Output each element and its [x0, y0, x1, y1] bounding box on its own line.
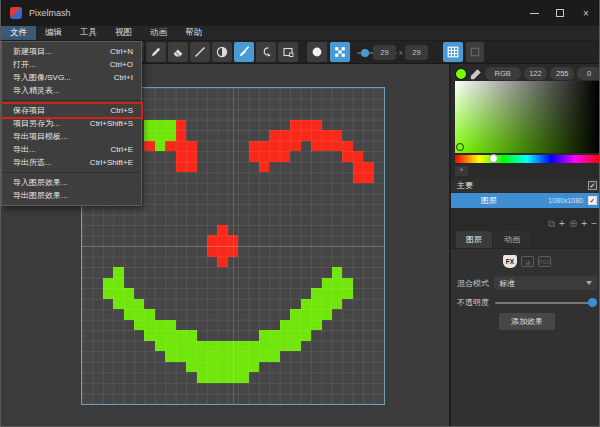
- minimize-button[interactable]: [521, 0, 547, 26]
- menu-item-export-selected[interactable]: 导出所选...Ctrl+Shift+E: [2, 156, 141, 169]
- pixel-cell-green[interactable]: [155, 120, 165, 131]
- pixel-cell-red[interactable]: [301, 130, 311, 141]
- pixel-cell-green[interactable]: [228, 351, 238, 362]
- color-mode-button[interactable]: RGB: [485, 67, 521, 80]
- pixel-cell-red[interactable]: [353, 162, 363, 173]
- line-tool-button[interactable]: [190, 42, 210, 62]
- menu-item-new-project[interactable]: 新建项目...Ctrl+N: [2, 45, 141, 58]
- pixel-cell-green[interactable]: [228, 372, 238, 383]
- pixel-cell-red[interactable]: [322, 130, 332, 141]
- pixel-cell-red[interactable]: [332, 141, 342, 152]
- pixel-cell-red[interactable]: [217, 235, 227, 246]
- pixel-cell-green[interactable]: [238, 372, 248, 383]
- pixel-cell-green[interactable]: [103, 278, 113, 289]
- pixel-cell-green[interactable]: [290, 330, 300, 341]
- pixel-cell-red[interactable]: [249, 141, 259, 152]
- pixel-cell-green[interactable]: [322, 278, 332, 289]
- pixel-cell-green[interactable]: [103, 288, 113, 299]
- pencil-tool-button[interactable]: [146, 42, 166, 62]
- pixel-cell-green[interactable]: [144, 320, 154, 331]
- opacity-slider-knob[interactable]: [588, 298, 597, 307]
- pixel-cell-green[interactable]: [124, 309, 134, 320]
- pixel-cell-green[interactable]: [269, 351, 279, 362]
- pixel-cell-green[interactable]: [186, 351, 196, 362]
- pixel-cell-red[interactable]: [207, 235, 217, 246]
- pixel-cell-green[interactable]: [311, 309, 321, 320]
- pixel-cell-red[interactable]: [332, 130, 342, 141]
- smudge-tool-button[interactable]: [256, 42, 276, 62]
- pixel-cell-red[interactable]: [280, 130, 290, 141]
- pixel-cell-green[interactable]: [311, 299, 321, 310]
- pixel-cell-green[interactable]: [249, 351, 259, 362]
- pixel-cell-green[interactable]: [301, 299, 311, 310]
- color-r-field[interactable]: 122: [524, 67, 548, 80]
- pixel-cell-green[interactable]: [207, 351, 217, 362]
- pixel-cell-green[interactable]: [322, 299, 332, 310]
- menu-view[interactable]: 视图: [106, 26, 141, 40]
- menu-help[interactable]: 帮助: [176, 26, 211, 40]
- pixel-cell-green[interactable]: [301, 320, 311, 331]
- pixel-cell-green[interactable]: [124, 288, 134, 299]
- pixel-cell-green[interactable]: [217, 372, 227, 383]
- pixel-cell-green[interactable]: [342, 288, 352, 299]
- pixel-cell-green[interactable]: [144, 330, 154, 341]
- pixel-cell-green[interactable]: [322, 288, 332, 299]
- dither-mode-button[interactable]: [330, 42, 350, 62]
- pixel-cell-green[interactable]: [332, 288, 342, 299]
- pixel-cell-red[interactable]: [228, 235, 238, 246]
- pixel-cell-green[interactable]: [186, 330, 196, 341]
- pixel-cell-green[interactable]: [144, 309, 154, 320]
- target-layer-icon[interactable]: ⊕: [569, 219, 577, 229]
- pixel-cell-green[interactable]: [238, 362, 248, 373]
- pixel-cell-green[interactable]: [197, 351, 207, 362]
- menu-edit[interactable]: 编辑: [36, 26, 71, 40]
- pixel-cell-red[interactable]: [353, 172, 363, 183]
- pixel-cell-green[interactable]: [259, 341, 269, 352]
- menu-tools[interactable]: 工具: [71, 26, 106, 40]
- fill-tool-button[interactable]: [212, 42, 232, 62]
- current-color-swatch[interactable]: [455, 68, 467, 80]
- menu-item-import-image-svg[interactable]: 导入图像/SVG...Ctrl+I: [2, 71, 141, 84]
- pixel-cell-red[interactable]: [269, 141, 279, 152]
- pixel-cell-green[interactable]: [165, 130, 175, 141]
- pixel-cell-green[interactable]: [332, 278, 342, 289]
- pixel-cell-green[interactable]: [134, 320, 144, 331]
- pixel-cell-red[interactable]: [176, 151, 186, 162]
- pixel-cell-green[interactable]: [228, 362, 238, 373]
- pixel-cell-red[interactable]: [259, 141, 269, 152]
- menu-item-save-project-as[interactable]: 项目另存为...Ctrl+Shift+S: [2, 117, 141, 130]
- pixel-cell-green[interactable]: [269, 330, 279, 341]
- pixel-cell-green[interactable]: [144, 120, 154, 131]
- master-layer-row[interactable]: 主要 ✓: [451, 179, 600, 192]
- psd-effect-icon[interactable]: PSD: [538, 256, 551, 267]
- brush-size-slider-knob[interactable]: [361, 49, 369, 57]
- add-group-icon[interactable]: +: [581, 219, 587, 229]
- pixel-cell-red[interactable]: [259, 151, 269, 162]
- pixel-cell-green[interactable]: [269, 341, 279, 352]
- pixel-cell-green[interactable]: [322, 309, 332, 320]
- menu-item-export[interactable]: 导出...Ctrl+E: [2, 143, 141, 156]
- pixel-cell-red[interactable]: [228, 246, 238, 257]
- color-g-field[interactable]: 255: [550, 67, 574, 80]
- pixel-cell-green[interactable]: [113, 288, 123, 299]
- pixel-cell-red[interactable]: [259, 162, 269, 173]
- pixel-cell-red[interactable]: [217, 246, 227, 257]
- pixel-cell-green[interactable]: [165, 341, 175, 352]
- add-swatch-button[interactable]: +: [455, 166, 468, 176]
- menu-item-import-layer-effects[interactable]: 导入图层效果...: [2, 176, 141, 189]
- pixel-cell-red[interactable]: [353, 151, 363, 162]
- blend-mode-select[interactable]: 标准: [494, 276, 597, 290]
- pixel-cell-green[interactable]: [186, 341, 196, 352]
- pixel-cell-green[interactable]: [311, 288, 321, 299]
- pixel-cell-green[interactable]: [238, 351, 248, 362]
- pixel-cell-red[interactable]: [217, 225, 227, 236]
- menu-item-open[interactable]: 打开...Ctrl+O: [2, 58, 141, 71]
- pixel-cell-red[interactable]: [217, 257, 227, 268]
- pixel-cell-green[interactable]: [217, 351, 227, 362]
- menu-file[interactable]: 文件: [1, 26, 36, 40]
- close-button[interactable]: ×: [573, 0, 599, 26]
- pixel-cell-red[interactable]: [280, 151, 290, 162]
- pixel-cell-red[interactable]: [311, 120, 321, 131]
- pixel-cell-red[interactable]: [249, 151, 259, 162]
- pixel-cell-green[interactable]: [280, 341, 290, 352]
